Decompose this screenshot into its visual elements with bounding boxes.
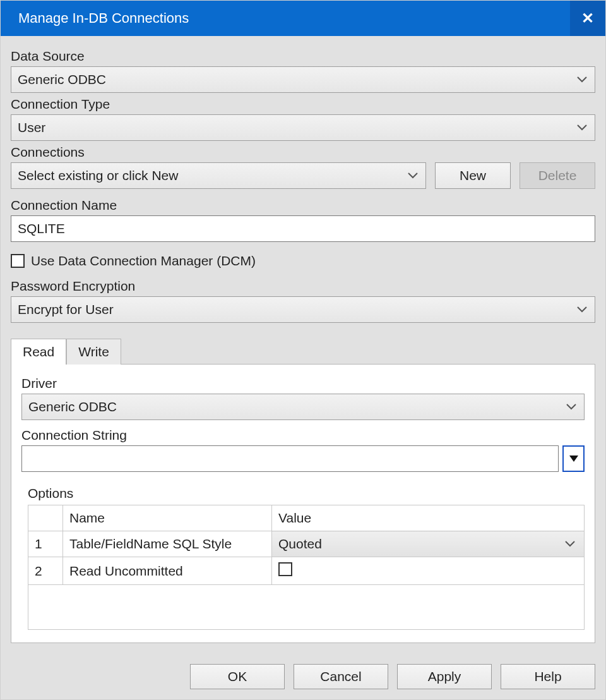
help-button[interactable]: Help [501, 664, 595, 689]
connection-string-dropdown-button[interactable] [562, 445, 585, 472]
triangle-down-icon [569, 456, 578, 462]
chevron-down-icon [565, 541, 575, 547]
connections-select[interactable]: Select existing or click New [11, 162, 426, 189]
chevron-down-icon [566, 404, 576, 410]
use-dcm-checkbox[interactable] [11, 254, 25, 268]
tabs-header: Read Write [11, 338, 595, 364]
ok-button-label: OK [228, 669, 247, 684]
dialog-body: Data Source Generic ODBC Connection Type… [1, 36, 605, 699]
use-dcm-label: Use Data Connection Manager (DCM) [31, 253, 256, 269]
tabs: Read Write Driver Generic ODBC Connectio… [11, 338, 595, 643]
table-header-row: Name Value [28, 505, 585, 531]
connection-type-value: User [18, 120, 45, 135]
chevron-down-icon [408, 172, 418, 179]
connection-type-select[interactable]: User [11, 114, 595, 141]
chevron-down-icon [577, 124, 587, 131]
dialog-footer: OK Cancel Apply Help [11, 654, 595, 689]
password-encryption-value: Encrypt for User [18, 302, 114, 317]
row-index: 1 [28, 531, 63, 557]
row-index: 2 [28, 557, 63, 585]
new-button[interactable]: New [435, 162, 511, 189]
chevron-down-icon [577, 76, 587, 83]
apply-button[interactable]: Apply [397, 664, 492, 689]
new-button-label: New [460, 168, 486, 183]
options-label: Options [28, 486, 585, 501]
col-header-value: Value [272, 505, 585, 531]
tab-write[interactable]: Write [66, 339, 121, 365]
option-value-select[interactable]: Quoted [272, 531, 585, 557]
close-button[interactable]: ✕ [570, 1, 605, 36]
option-value-checkbox[interactable] [278, 562, 292, 576]
password-encryption-select[interactable]: Encrypt for User [11, 296, 595, 323]
title-bar: Manage In-DB Connections ✕ [1, 1, 605, 36]
driver-value: Generic ODBC [28, 399, 117, 414]
tab-panel-read: Driver Generic ODBC Connection String [11, 364, 595, 643]
data-source-label: Data Source [11, 49, 595, 64]
connections-value: Select existing or click New [18, 168, 178, 183]
chevron-down-icon [577, 306, 587, 313]
svg-marker-0 [569, 456, 578, 462]
use-dcm-row[interactable]: Use Data Connection Manager (DCM) [11, 253, 595, 269]
col-header-index [28, 505, 63, 531]
option-name: Read Uncommitted [63, 557, 272, 585]
table-empty-row [28, 585, 585, 630]
data-source-select[interactable]: Generic ODBC [11, 66, 595, 93]
options-section: Options Name Value 1 Tab [21, 486, 585, 630]
connection-string-label: Connection String [21, 428, 585, 443]
connection-type-label: Connection Type [11, 97, 595, 112]
dialog-title: Manage In-DB Connections [1, 10, 189, 27]
driver-label: Driver [21, 376, 585, 391]
option-name: Table/FieldName SQL Style [63, 531, 272, 557]
cancel-button-label: Cancel [320, 669, 361, 684]
ok-button[interactable]: OK [190, 664, 285, 689]
col-header-name: Name [63, 505, 272, 531]
table-row: 2 Read Uncommitted [28, 557, 585, 585]
help-button-label: Help [534, 669, 561, 684]
connection-name-input[interactable] [11, 215, 595, 242]
connections-label: Connections [11, 145, 595, 160]
option-value-checkbox-cell[interactable] [272, 557, 585, 585]
connection-string-input[interactable] [21, 445, 559, 472]
connection-name-label: Connection Name [11, 198, 595, 213]
password-encryption-label: Password Encryption [11, 279, 595, 294]
delete-button[interactable]: Delete [520, 162, 595, 189]
options-table: Name Value 1 Table/FieldName SQL Style Q… [28, 505, 585, 630]
dialog-window: Manage In-DB Connections ✕ Data Source G… [0, 0, 606, 700]
data-source-value: Generic ODBC [18, 72, 106, 87]
tab-write-label: Write [78, 344, 109, 359]
tab-read-label: Read [23, 344, 54, 359]
tab-read[interactable]: Read [11, 339, 66, 365]
apply-button-label: Apply [428, 669, 461, 684]
close-icon: ✕ [581, 9, 594, 27]
option-value: Quoted [278, 536, 322, 551]
delete-button-label: Delete [538, 168, 577, 183]
cancel-button[interactable]: Cancel [294, 664, 388, 689]
table-row: 1 Table/FieldName SQL Style Quoted [28, 531, 585, 557]
driver-select[interactable]: Generic ODBC [21, 394, 585, 420]
